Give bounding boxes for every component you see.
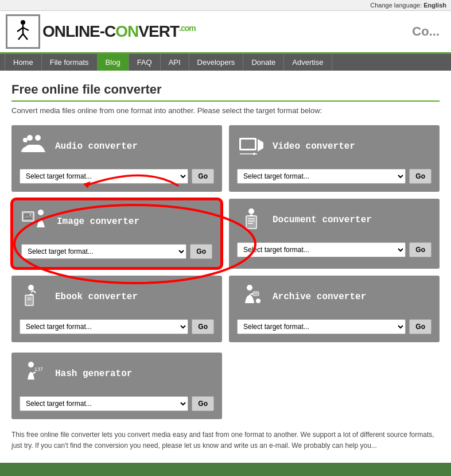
image-icon xyxy=(21,207,50,236)
image-format-select[interactable]: Select target format... xyxy=(21,244,186,259)
svg-point-39 xyxy=(28,362,34,367)
nav-developers[interactable]: Developers xyxy=(189,54,244,71)
video-format-select[interactable]: Select target format... xyxy=(237,169,406,184)
document-format-select[interactable]: Select target format... xyxy=(237,242,406,257)
nav-file-formats[interactable]: File formats xyxy=(42,54,98,71)
change-language-label: Change language: xyxy=(370,2,422,9)
svg-point-33 xyxy=(247,285,252,291)
document-card-controls: Select target format... Go xyxy=(237,242,431,257)
video-icon xyxy=(237,132,266,161)
nav-home[interactable]: Home xyxy=(5,54,42,71)
header: ONLINE-CONVERT.com Co... xyxy=(0,11,451,54)
archive-format-select[interactable]: Select target format... xyxy=(237,319,406,334)
ebook-format-select[interactable]: Select target format... xyxy=(20,319,188,334)
audio-card-title: Audio converter xyxy=(55,141,138,152)
archive-card-title: Archive converter xyxy=(273,292,366,302)
image-card-controls: Select target format... Go xyxy=(21,244,212,259)
empty-cell xyxy=(229,353,440,419)
svg-marker-13 xyxy=(258,139,263,152)
bottom-text: This free online file converter lets you… xyxy=(11,429,440,451)
hash-converter-card: 137 Hash generator Select target format.… xyxy=(11,353,222,419)
top-bar: Change language: English xyxy=(0,0,451,11)
nav-donate[interactable]: Donate xyxy=(243,54,284,71)
audio-icon xyxy=(20,132,48,161)
archive-go-button[interactable]: Go xyxy=(409,319,431,334)
image-card-header: Image converter xyxy=(21,207,212,236)
archive-card-controls: Select target format... Go xyxy=(237,319,431,334)
document-icon xyxy=(237,206,266,234)
svg-line-32 xyxy=(33,291,36,293)
audio-card-controls: Select target format... Go xyxy=(20,169,214,184)
image-go-button[interactable]: Go xyxy=(190,244,212,259)
svg-point-9 xyxy=(35,135,41,141)
hash-go-button[interactable]: Go xyxy=(192,396,214,411)
svg-line-4 xyxy=(18,34,23,40)
svg-point-22 xyxy=(248,208,254,214)
nav-faq[interactable]: FAQ xyxy=(129,54,161,71)
video-go-button[interactable]: Go xyxy=(409,169,431,184)
svg-rect-23 xyxy=(246,216,256,229)
svg-text:137: 137 xyxy=(34,366,43,372)
ebook-icon xyxy=(20,282,48,311)
logo: ONLINE-CONVERT.com xyxy=(6,14,196,49)
svg-point-27 xyxy=(28,285,34,291)
svg-line-2 xyxy=(17,28,23,32)
document-card-title: Document converter xyxy=(273,215,372,225)
svg-line-3 xyxy=(23,28,29,30)
ebook-card-controls: Select target format... Go xyxy=(20,319,214,334)
video-card-title: Video converter xyxy=(273,141,355,152)
audio-converter-card: Audio converter Select target format... … xyxy=(11,125,222,192)
svg-point-10 xyxy=(23,138,28,142)
nav-advertise[interactable]: Advertise xyxy=(284,54,332,71)
nav-blog[interactable]: Blog xyxy=(98,54,129,71)
logo-text: ONLINE-CONVERT.com xyxy=(42,22,196,41)
hash-format-select[interactable]: Select target format... xyxy=(20,396,188,411)
svg-rect-12 xyxy=(241,140,255,149)
image-card-title: Image converter xyxy=(57,216,139,227)
video-converter-card: Video converter Select target format... … xyxy=(229,125,440,192)
page-title: Free online file converter xyxy=(11,82,440,102)
logo-icon xyxy=(6,14,40,49)
svg-point-20 xyxy=(38,210,44,215)
svg-point-19 xyxy=(29,214,32,216)
logo-figure-icon xyxy=(10,19,36,44)
archive-card-header: Archive converter xyxy=(237,282,431,311)
svg-rect-28 xyxy=(25,295,33,305)
audio-format-select[interactable]: Select target format... xyxy=(20,169,188,184)
svg-point-0 xyxy=(21,20,25,25)
main-content: Free online file converter Convert media… xyxy=(0,71,451,463)
converter-grid: Audio converter Select target format... … xyxy=(11,125,440,342)
hash-card-title: Hash generator xyxy=(55,369,132,379)
audio-go-button[interactable]: Go xyxy=(192,169,214,184)
ebook-go-button[interactable]: Go xyxy=(192,319,214,334)
document-card-header: Document converter xyxy=(237,206,431,234)
svg-point-8 xyxy=(27,135,33,141)
language-link[interactable]: English xyxy=(423,2,446,9)
document-go-button[interactable]: Go xyxy=(409,242,431,257)
ebook-card-title: Ebook converter xyxy=(55,292,138,302)
nav-api[interactable]: API xyxy=(161,54,189,71)
svg-line-5 xyxy=(23,34,28,40)
svg-point-38 xyxy=(256,299,261,303)
video-card-controls: Select target format... Go xyxy=(237,169,431,184)
archive-icon xyxy=(237,282,266,311)
hash-card-header: 137 Hash generator xyxy=(20,359,214,388)
header-right-text: Co... xyxy=(412,24,445,39)
archive-converter-card: Archive converter Select target format..… xyxy=(229,276,440,342)
ebook-card-header: Ebook converter xyxy=(20,282,214,311)
audio-card-header: Audio converter xyxy=(20,132,214,161)
video-card-header: Video converter xyxy=(237,132,431,161)
page-description: Convert media files online from one form… xyxy=(11,106,440,115)
hash-card-controls: Select target format... Go xyxy=(20,396,214,411)
ebook-converter-card: Ebook converter Select target format... … xyxy=(11,276,222,342)
hash-icon: 137 xyxy=(20,359,48,388)
main-nav: Home File formats Blog FAQ API Developer… xyxy=(0,54,451,71)
document-converter-card: Document converter Select target format.… xyxy=(229,199,440,269)
image-converter-card: Image converter Select target format... … xyxy=(11,199,222,269)
svg-line-31 xyxy=(31,291,33,292)
